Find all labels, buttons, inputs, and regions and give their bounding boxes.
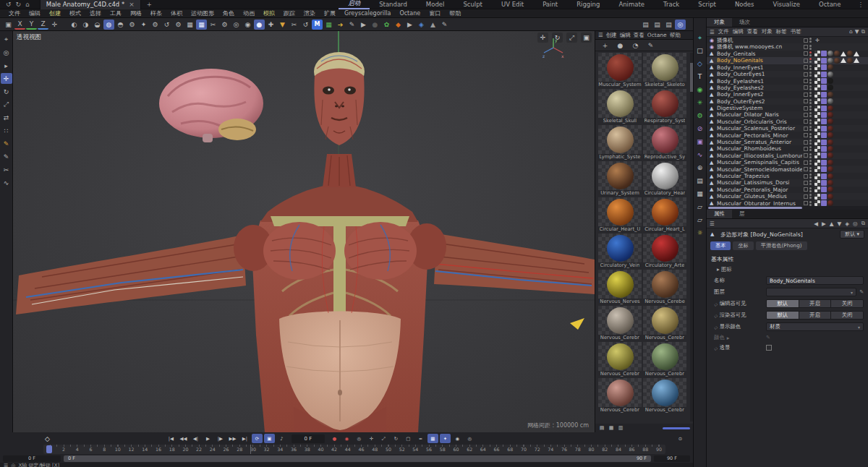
- editor-render-dots[interactable]: [809, 106, 812, 111]
- attr-forward-icon[interactable]: ▶: [822, 220, 826, 227]
- editor-render-dots[interactable]: [809, 187, 812, 192]
- save-all-icon[interactable]: ▤: [663, 20, 674, 30]
- material-tag-icon[interactable]: [827, 180, 833, 186]
- texture-tag-icon[interactable]: [814, 64, 820, 70]
- tree-plugin-icon[interactable]: ✿: [381, 20, 392, 30]
- material-magic-icon[interactable]: ◔: [630, 40, 641, 51]
- object-row[interactable]: ▲Body_InnerEyes2: [707, 91, 868, 98]
- pen-plugin-icon[interactable]: ✎: [346, 20, 357, 30]
- editor-render-dots[interactable]: [809, 146, 812, 151]
- editor-render-dots[interactable]: [809, 72, 812, 77]
- texture-tag-icon[interactable]: [814, 194, 820, 200]
- gsg-dot-icon[interactable]: ◉: [242, 20, 253, 30]
- plumb-icon[interactable]: ▼: [277, 20, 288, 30]
- material-tag-icon[interactable]: [827, 112, 833, 118]
- phong-tag-icon[interactable]: [821, 112, 827, 118]
- menu-item[interactable]: 帮助: [445, 9, 465, 17]
- phong-tag-icon[interactable]: [821, 51, 827, 56]
- add-keyframe-icon[interactable]: ⊙: [675, 434, 686, 443]
- material-item[interactable]: Lymphatic_Syste: [598, 125, 642, 160]
- om-filter-icon[interactable]: ▼: [855, 28, 859, 35]
- undo-icon[interactable]: ↺: [6, 1, 12, 8]
- material-item[interactable]: Reproductive_Sy: [643, 125, 686, 160]
- object-row[interactable]: ▲Body_Eyelashes1: [707, 77, 868, 84]
- material-tag-icon[interactable]: [827, 78, 833, 84]
- phong-tag-icon[interactable]: [821, 166, 827, 172]
- material-tag-icon[interactable]: [834, 51, 840, 56]
- material-item[interactable]: Nervous_Cerebr: [598, 306, 642, 340]
- segment-option[interactable]: 关闭: [830, 300, 863, 307]
- attribute-chip[interactable]: 基本: [710, 241, 731, 250]
- visibility-toggle[interactable]: [804, 127, 808, 131]
- material-item[interactable]: Nervous_Nerves: [598, 270, 642, 304]
- om-menu-item[interactable]: 编辑: [733, 28, 744, 35]
- save-icon[interactable]: ▤: [640, 20, 651, 30]
- phong-tag-icon[interactable]: [821, 180, 827, 186]
- material-tag-icon[interactable]: [827, 200, 833, 206]
- texture-tag-icon[interactable]: [814, 160, 820, 166]
- material-menu-item[interactable]: 查看: [634, 32, 644, 39]
- om-menu-item[interactable]: 查看: [747, 28, 758, 35]
- layer-pen-icon[interactable]: ✎: [859, 289, 864, 295]
- goto-start-button[interactable]: |◀: [166, 434, 176, 443]
- new-tab-button[interactable]: +: [147, 1, 152, 8]
- yellow-arrow-icon[interactable]: ➔: [335, 20, 346, 30]
- menu-item[interactable]: 运动图形: [187, 9, 218, 17]
- paint-plugin-icon[interactable]: ✎: [439, 20, 450, 30]
- layout-tab-model[interactable]: Model: [417, 0, 454, 9]
- phong-tag-icon[interactable]: [821, 194, 827, 200]
- material-tag-icon[interactable]: [827, 92, 833, 98]
- segment-option[interactable]: 开启: [799, 312, 831, 319]
- om-menu-item[interactable]: 标签: [776, 28, 787, 35]
- mat-view-grid-icon[interactable]: ▦: [608, 425, 615, 432]
- selection-tag-icon[interactable]: [854, 58, 859, 63]
- zoom-tool-icon[interactable]: ⌖: [1, 34, 12, 45]
- menu-item[interactable]: 样条: [146, 9, 166, 17]
- field-icon[interactable]: ⚙: [694, 111, 706, 121]
- segment-option[interactable]: 开启: [799, 300, 831, 307]
- move-tool-icon[interactable]: ✛: [1, 73, 12, 84]
- blue-plugin-icon[interactable]: ◈: [416, 20, 427, 30]
- material-tag-icon[interactable]: [827, 64, 833, 70]
- material-tag-icon[interactable]: [827, 194, 833, 200]
- target-tag-icon[interactable]: ✛: [814, 38, 820, 43]
- phong-tag-icon[interactable]: [821, 153, 827, 158]
- editor-render-dots[interactable]: [809, 201, 812, 206]
- menu-item[interactable]: 窗口: [425, 9, 445, 17]
- phong-tag-icon[interactable]: [821, 98, 827, 104]
- attribute-tab[interactable]: 层: [732, 210, 752, 218]
- object-row[interactable]: ▲Muscular_Serratus_Anterior: [707, 139, 868, 145]
- close-tab-icon[interactable]: ×: [129, 1, 135, 8]
- prev-frame-button[interactable]: ◀|: [190, 434, 201, 443]
- viewport-label[interactable]: 透视视图: [17, 33, 41, 42]
- editor-render-dots[interactable]: [809, 38, 812, 43]
- texture-tag-icon[interactable]: [814, 85, 820, 90]
- menu-item[interactable]: 创建: [45, 9, 65, 17]
- timeline-ruler[interactable]: 0246810121416182022242628303234363840424…: [43, 445, 665, 454]
- loop-icon[interactable]: ↺: [300, 20, 311, 30]
- editor-render-dots[interactable]: [809, 112, 812, 117]
- render-visibility-segment[interactable]: 默认开启关闭: [766, 311, 864, 320]
- material-item[interactable]: Circular_Heart_L: [643, 197, 686, 232]
- selection-cursor-icon[interactable]: ▸: [1, 60, 12, 71]
- mountain-plugin-icon[interactable]: ▲: [427, 20, 438, 30]
- multi-move-icon[interactable]: ⇄: [1, 112, 12, 123]
- layout-tab-visualize[interactable]: Visualize: [764, 0, 809, 9]
- editor-visibility-segment[interactable]: 默认开启关闭: [766, 299, 864, 308]
- phong-tag-icon[interactable]: [821, 126, 827, 132]
- record-scale-button[interactable]: ⤢: [378, 434, 389, 443]
- layout-tab-sculpt[interactable]: Sculpt: [454, 0, 492, 9]
- menu-item[interactable]: 体积: [166, 9, 187, 17]
- phong-tag-icon[interactable]: [821, 106, 827, 111]
- texture-tag-icon[interactable]: [814, 51, 820, 56]
- material-menu-item[interactable]: 创建: [606, 32, 617, 39]
- cube-object-icon[interactable]: ◇: [694, 59, 706, 69]
- visibility-toggle[interactable]: [804, 72, 808, 77]
- layout-tab-octane[interactable]: Octane: [809, 0, 851, 9]
- menu-item[interactable]: 网格: [126, 9, 146, 17]
- phong-tag-icon[interactable]: [821, 140, 827, 145]
- visibility-toggle[interactable]: [804, 140, 808, 145]
- menu-item[interactable]: 扩展: [320, 9, 340, 17]
- object-row[interactable]: ▲Body_InnerEyes1: [707, 64, 868, 71]
- material-item[interactable]: Muscular_System: [598, 53, 642, 87]
